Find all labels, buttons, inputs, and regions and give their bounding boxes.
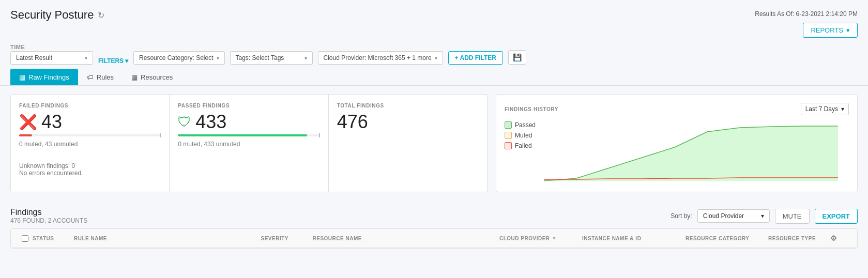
- failed-muted-text: 0 muted, 43 unmuted: [19, 141, 161, 148]
- unknown-text: Unknown findings: 0: [19, 162, 161, 169]
- failed-progress-fill: [19, 134, 32, 136]
- legend-muted: Muted: [505, 132, 536, 139]
- findings-table: STATUS RULE NAME SEVERITY RESOURCE NAME …: [10, 228, 858, 249]
- th-severity: SEVERITY: [261, 236, 313, 241]
- bottom-section: Findings 476 FOUND, 2 ACCOUNTS Sort by: …: [0, 200, 868, 259]
- save-icon: 💾: [513, 53, 522, 61]
- th-cloud-provider-label: CLOUD PROVIDER: [499, 236, 550, 241]
- th-resource-category-label: RESOURCE CATEGORY: [686, 236, 750, 241]
- legend-muted-label: Muted: [515, 132, 532, 139]
- legend-failed: Failed: [505, 142, 536, 149]
- passed-area: [544, 126, 838, 181]
- settings-gear-icon[interactable]: ⚙: [830, 234, 837, 242]
- findings-cards: FAILED FINDINGS ❌ 43 0 muted, 43 unmuted…: [10, 94, 488, 192]
- th-instance-label: INSTANCE NAME & ID: [582, 236, 641, 241]
- progress-marker: [319, 133, 320, 137]
- th-checkbox: [17, 235, 33, 242]
- th-severity-label: SEVERITY: [261, 236, 288, 241]
- time-filter-group: TIME Latest Result ▾: [10, 44, 93, 65]
- legend-muted-box: [505, 132, 512, 139]
- table-header-row: STATUS RULE NAME SEVERITY RESOURCE NAME …: [11, 229, 857, 248]
- tags-label: Tags: Select Tags: [236, 54, 284, 61]
- sort-by-label: Sort by:: [671, 212, 692, 220]
- chevron-down-icon: ▾: [125, 57, 128, 65]
- tab-rules[interactable]: 🏷 Rules: [78, 69, 123, 85]
- history-chart: [544, 121, 849, 183]
- tabs-row: ▦ Raw Findings 🏷 Rules ▦ Resources: [0, 69, 868, 86]
- add-filter-label: + ADD FILTER: [455, 54, 496, 61]
- legend-passed: Passed: [505, 121, 536, 129]
- filters-trigger[interactable]: FILTERS ▾: [98, 57, 128, 65]
- cloud-provider-dropdown[interactable]: Cloud Provider: Microsoft 365 + 1 more ▾: [318, 51, 443, 65]
- period-label: Last 7 Days: [805, 105, 838, 113]
- grid-icon: ▦: [131, 73, 138, 81]
- passed-count: 433: [195, 113, 226, 131]
- th-resource-type-label: RESOURCE TYPE: [768, 236, 816, 241]
- th-status: STATUS: [33, 236, 74, 241]
- failed-icon: ❌: [19, 114, 37, 131]
- sort-value: Cloud Provider: [703, 212, 744, 220]
- passed-findings-label: PASSED FINDINGS: [178, 103, 319, 109]
- failed-findings-card: FAILED FINDINGS ❌ 43 0 muted, 43 unmuted…: [10, 94, 170, 192]
- sort-by-dropdown[interactable]: Cloud Provider ▾: [697, 209, 770, 223]
- findings-history-panel: FINDINGS HISTORY Last 7 Days ▾ Passed Mu…: [496, 94, 858, 192]
- tag-icon: 🏷: [87, 73, 94, 81]
- add-filter-button[interactable]: + ADD FILTER: [448, 51, 503, 65]
- tab-label: Rules: [97, 73, 114, 81]
- progress-marker: [160, 133, 161, 137]
- export-button[interactable]: EXPORT: [815, 209, 858, 224]
- cloud-provider-label: Cloud Provider: Microsoft 365 + 1 more: [324, 54, 432, 61]
- th-status-label: STATUS: [33, 236, 54, 241]
- save-filter-button[interactable]: 💾: [508, 50, 526, 65]
- chevron-down-icon: ▾: [761, 212, 764, 220]
- main-content: FAILED FINDINGS ❌ 43 0 muted, 43 unmuted…: [0, 86, 868, 200]
- title-text: Security Posture: [10, 8, 94, 22]
- resource-category-dropdown[interactable]: Resource Category: Select ▾: [133, 51, 224, 65]
- time-dropdown[interactable]: Latest Result ▾: [10, 51, 93, 65]
- th-rule-name-label: RULE NAME: [74, 236, 107, 241]
- th-settings[interactable]: ⚙: [830, 234, 851, 242]
- th-resource-name-label: RESOURCE NAME: [313, 236, 362, 241]
- legend: Passed Muted Failed: [505, 121, 536, 179]
- th-resource-type: RESOURCE TYPE: [768, 236, 830, 241]
- mute-label: MUTE: [783, 212, 802, 220]
- legend-failed-label: Failed: [515, 142, 532, 149]
- time-value: Latest Result: [16, 54, 52, 61]
- history-content: Passed Muted Failed: [505, 121, 849, 183]
- chevron-down-icon: ▾: [304, 55, 307, 61]
- chart-area: [544, 121, 849, 183]
- tab-raw-findings[interactable]: ▦ Raw Findings: [10, 69, 78, 85]
- th-cloud-provider[interactable]: CLOUD PROVIDER ▼: [499, 236, 582, 241]
- total-findings-card: TOTAL FINDINGS 476: [329, 94, 488, 192]
- export-label: EXPORT: [823, 212, 850, 220]
- chevron-down-icon: ▾: [217, 55, 219, 61]
- reports-button[interactable]: REPORTS ▾: [803, 23, 858, 38]
- th-resource-category: RESOURCE CATEGORY: [686, 236, 768, 241]
- mute-button[interactable]: MUTE: [775, 209, 810, 224]
- failed-findings-label: FAILED FINDINGS: [19, 103, 161, 109]
- th-resource-name: RESOURCE NAME: [313, 236, 500, 241]
- reports-label: REPORTS: [811, 26, 843, 34]
- total-findings-label: TOTAL FINDINGS: [337, 103, 479, 109]
- chevron-down-icon: ▾: [435, 55, 437, 61]
- refresh-icon[interactable]: ↻: [98, 10, 104, 20]
- resource-category-label: Resource Category: Select: [139, 54, 213, 61]
- page-title: Security Posture ↻: [10, 8, 104, 22]
- failed-progress-bar: [19, 134, 161, 136]
- failed-count: 43: [41, 113, 62, 131]
- passed-count-row: 🛡 433: [178, 113, 319, 131]
- tab-resources[interactable]: ▦ Resources: [123, 69, 181, 85]
- passed-progress-bar: [178, 134, 319, 136]
- select-all-checkbox[interactable]: [22, 235, 28, 242]
- history-title: FINDINGS HISTORY: [505, 106, 558, 112]
- days-period-dropdown[interactable]: Last 7 Days ▾: [801, 103, 849, 115]
- no-error-text: No errors encountered.: [19, 169, 161, 177]
- time-label: TIME: [10, 44, 93, 50]
- tags-dropdown[interactable]: Tags: Select Tags ▾: [230, 51, 313, 65]
- findings-actions: Sort by: Cloud Provider ▾ MUTE EXPORT: [671, 209, 858, 224]
- passed-progress-fill: [178, 134, 307, 136]
- th-rule-name: RULE NAME: [74, 236, 261, 241]
- history-header: FINDINGS HISTORY Last 7 Days ▾: [505, 103, 849, 115]
- results-timestamp: Results As Of: 6-23-2021 2:14:20 PM: [755, 10, 858, 18]
- total-count-row: 476: [337, 113, 479, 131]
